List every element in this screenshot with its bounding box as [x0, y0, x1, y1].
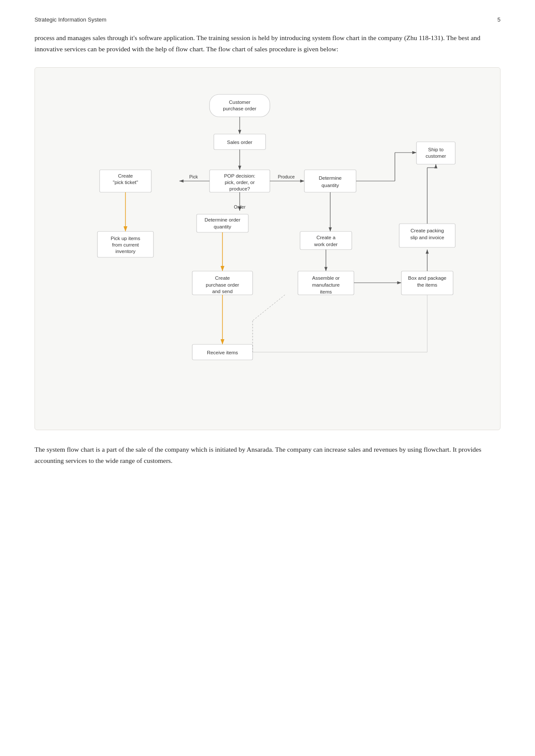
svg-text:Assemble or: Assemble or: [312, 275, 340, 281]
header-page: 5: [497, 16, 501, 23]
svg-rect-3: [210, 94, 270, 117]
svg-text:Sales order: Sales order: [227, 140, 252, 145]
svg-text:and send: and send: [212, 289, 232, 294]
svg-text:"pick ticket": "pick ticket": [113, 180, 138, 185]
svg-text:work order: work order: [313, 242, 337, 247]
svg-text:Create: Create: [118, 173, 133, 178]
flowchart-container: Customer purchase order Sales order POP …: [34, 67, 501, 430]
svg-text:quantity: quantity: [321, 183, 339, 188]
svg-text:slip and invoice: slip and invoice: [410, 235, 444, 240]
header-bar: Strategic Information System 5: [34, 16, 501, 23]
svg-text:customer: customer: [425, 153, 446, 159]
svg-text:purchase order: purchase order: [223, 106, 257, 111]
conclusion-paragraph: The system flow chart is a part of the s…: [34, 444, 501, 467]
header-title: Strategic Information System: [34, 16, 106, 23]
svg-text:Create packing: Create packing: [410, 228, 444, 233]
svg-text:purchase order: purchase order: [206, 282, 239, 287]
svg-line-57: [253, 295, 285, 321]
svg-text:inventory: inventory: [115, 249, 135, 254]
svg-text:Pick up items: Pick up items: [110, 236, 140, 241]
svg-text:manufacture: manufacture: [312, 282, 340, 287]
svg-text:Ship to: Ship to: [428, 147, 444, 152]
svg-text:Receive items: Receive items: [206, 350, 238, 355]
svg-text:POP decision:: POP decision:: [224, 173, 255, 178]
svg-text:Pick: Pick: [189, 174, 198, 179]
svg-text:Create a: Create a: [316, 235, 335, 240]
svg-text:Produce: Produce: [278, 174, 294, 179]
flowchart-svg: Customer purchase order Sales order POP …: [74, 81, 462, 418]
svg-text:Determine order: Determine order: [204, 217, 240, 222]
svg-text:items: items: [320, 289, 332, 294]
svg-text:Order: Order: [234, 204, 245, 209]
svg-text:Box and package: Box and package: [408, 275, 446, 281]
svg-text:produce?: produce?: [229, 186, 250, 191]
svg-text:the items: the items: [417, 282, 437, 287]
svg-rect-32: [416, 142, 455, 164]
svg-text:Create: Create: [215, 275, 230, 281]
svg-text:quantity: quantity: [213, 224, 231, 229]
intro-paragraph: process and manages sales through it's s…: [34, 32, 501, 55]
svg-text:Customer: Customer: [229, 100, 250, 105]
svg-text:pick, order, or: pick, order, or: [225, 180, 255, 185]
svg-rect-26: [304, 170, 356, 192]
svg-text:Determine: Determine: [319, 175, 341, 181]
svg-text:from current: from current: [112, 242, 139, 247]
page: Strategic Information System 5 process a…: [0, 0, 535, 756]
